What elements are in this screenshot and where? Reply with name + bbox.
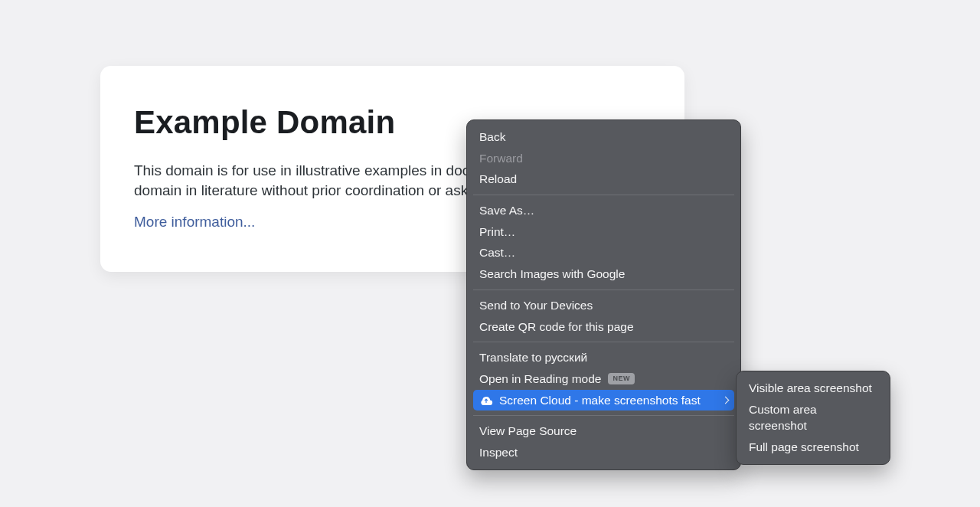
menu-item-label: Screen Cloud - make screenshots fast: [499, 392, 701, 409]
menu-item-label: Open in Reading mode: [479, 371, 601, 388]
menu-item-translate[interactable]: Translate to русский: [473, 347, 734, 368]
menu-separator: [473, 342, 734, 342]
submenu-item-full-page[interactable]: Full page screenshot: [743, 437, 884, 458]
context-menu: Back Forward Reload Save As… Print… Cast…: [466, 119, 741, 470]
menu-item-send-devices[interactable]: Send to Your Devices: [473, 295, 734, 316]
submenu-item-visible-area[interactable]: Visible area screenshot: [743, 378, 884, 399]
menu-separator: [473, 195, 734, 195]
submenu-item-custom-area[interactable]: Custom area screenshot: [743, 399, 884, 437]
menu-item-screen-cloud[interactable]: Screen Cloud - make screenshots fast: [473, 390, 734, 411]
menu-item-reload[interactable]: Reload: [473, 168, 734, 190]
menu-item-create-qr[interactable]: Create QR code for this page: [473, 316, 734, 338]
menu-item-cast[interactable]: Cast…: [473, 242, 734, 263]
menu-separator: [473, 289, 734, 290]
menu-item-print[interactable]: Print…: [473, 221, 734, 243]
menu-item-back[interactable]: Back: [473, 126, 734, 148]
new-badge: New: [608, 373, 635, 384]
more-information-link[interactable]: More information...: [134, 214, 255, 230]
menu-separator: [473, 415, 734, 416]
menu-item-save-as[interactable]: Save As…: [473, 200, 734, 221]
menu-item-reading-mode[interactable]: Open in Reading mode New: [473, 368, 734, 390]
menu-item-inspect[interactable]: Inspect: [473, 442, 734, 463]
menu-item-view-source[interactable]: View Page Source: [473, 420, 734, 442]
cloud-upload-icon: [479, 393, 493, 407]
menu-item-forward: Forward: [473, 148, 734, 169]
menu-item-search-images[interactable]: Search Images with Google: [473, 263, 734, 285]
context-submenu: Visible area screenshot Custom area scre…: [736, 371, 890, 465]
chevron-right-icon: [722, 396, 730, 404]
